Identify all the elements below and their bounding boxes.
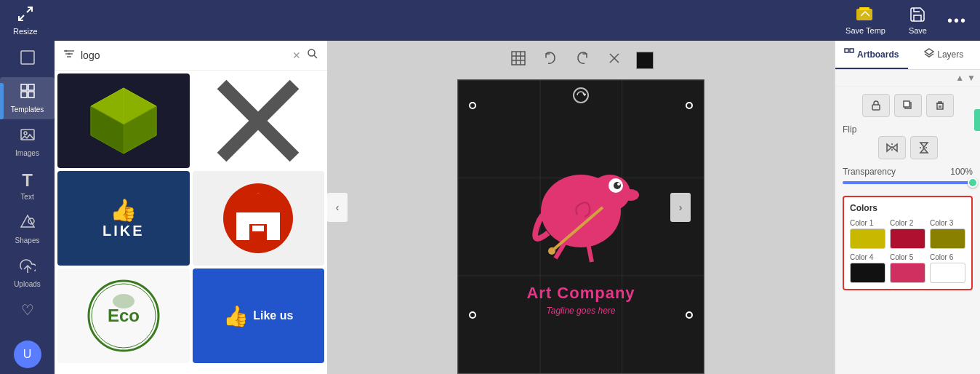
svg-rect-6 (28, 84, 34, 90)
shapes-icon (20, 214, 36, 234)
color-item-5: Color 5 (890, 253, 925, 283)
transparency-slider[interactable] (843, 177, 973, 188)
sidebar-item-shapes[interactable]: Shapes (0, 208, 55, 250)
template-item[interactable] (193, 366, 325, 374)
lock-button[interactable] (862, 94, 890, 117)
canvas-wrapper[interactable]: Art Company Tagline goes here (457, 79, 704, 374)
more-options-button[interactable]: ••• (941, 9, 973, 32)
template-item[interactable] (57, 73, 190, 168)
duplicate-button[interactable] (894, 94, 922, 117)
templates-grid: 👍 LIKE Eco (55, 71, 327, 374)
favorites-icon: ♡ (21, 301, 34, 319)
template-item[interactable] (193, 171, 325, 266)
left-sidebar: Templates Images T Text (0, 41, 55, 374)
template-item[interactable]: 👍 LIKE (57, 171, 190, 266)
color-1-label: Color 1 (850, 219, 885, 227)
color-item-4: Color 4 (850, 253, 885, 283)
color-item-6: Color 6 (930, 253, 965, 283)
save-temp-button[interactable]: Save Temp (837, 3, 894, 38)
uploads-label: Uploads (14, 280, 41, 288)
color-item-2: Color 2 (890, 219, 925, 249)
svg-point-69 (614, 182, 621, 189)
template-item[interactable] (57, 366, 190, 374)
color-5-swatch[interactable] (890, 263, 925, 283)
colors-section: Colors Color 1 Color 2 Color 3 (843, 196, 973, 290)
tab-layers[interactable]: Layers (908, 41, 981, 69)
svg-rect-75 (845, 49, 848, 52)
tab-artboards[interactable]: Artboards (835, 41, 908, 69)
svg-point-39 (113, 294, 134, 309)
layers-icon (924, 48, 934, 60)
svg-line-0 (27, 7, 32, 12)
delete-button[interactable] (604, 48, 624, 72)
color-5-label: Color 5 (890, 253, 925, 261)
color-2-swatch[interactable] (890, 228, 925, 249)
collapse-down-icon[interactable]: ▼ (967, 73, 976, 83)
main-area: Templates Images T Text (0, 41, 980, 374)
color-item-1: Color 1 (850, 219, 885, 249)
flip-vertical-button[interactable] (910, 136, 938, 159)
avatar[interactable]: U (14, 341, 41, 368)
colors-grid: Color 1 Color 2 Color 3 Color 4 (850, 219, 965, 283)
sidebar-item-templates[interactable]: Templates (0, 77, 55, 119)
uploads-icon (20, 258, 36, 278)
grid-toggle[interactable] (508, 48, 529, 72)
logo-svg[interactable] (508, 138, 654, 284)
right-controls: Flip (835, 87, 980, 298)
filter-icon[interactable] (63, 48, 75, 63)
color-3-swatch[interactable] (930, 228, 965, 249)
color-6-swatch[interactable] (930, 263, 965, 283)
nav-arrow-right[interactable]: › (670, 193, 691, 222)
clear-search-icon[interactable]: ✕ (292, 49, 301, 61)
flip-label: Flip (843, 124, 973, 135)
nav-arrow-left[interactable]: ‹ (327, 193, 348, 222)
tab-layers-label: Layers (937, 49, 963, 60)
svg-text:Eco: Eco (108, 306, 140, 325)
save-button[interactable]: Save (900, 3, 936, 38)
template-item[interactable] (193, 73, 325, 168)
collapse-up-icon[interactable]: ▲ (955, 73, 964, 83)
svg-point-19 (308, 49, 315, 56)
save-icon (909, 6, 926, 25)
color-picker[interactable] (636, 52, 654, 69)
flip-buttons (843, 136, 973, 159)
delete-ctrl-button[interactable] (926, 94, 954, 117)
svg-marker-88 (920, 148, 928, 153)
svg-point-74 (548, 247, 555, 255)
sidebar-item-text[interactable]: T Text (0, 164, 55, 207)
color-4-label: Color 4 (850, 253, 885, 261)
art-company-text: Art Company (526, 284, 635, 303)
svg-rect-8 (28, 92, 34, 98)
search-bar: ✕ (55, 41, 327, 71)
canvas-area[interactable]: ‹ (327, 41, 835, 374)
svg-rect-80 (904, 101, 909, 107)
template-item[interactable]: 👍 Like us (193, 268, 325, 363)
search-icon[interactable] (307, 48, 318, 63)
sidebar-item-favorites[interactable]: ♡ (0, 295, 55, 325)
save-temp-label: Save Temp (846, 26, 885, 35)
svg-marker-87 (920, 143, 928, 147)
search-input[interactable] (81, 49, 286, 61)
redo-button[interactable] (572, 48, 593, 72)
svg-marker-11 (21, 215, 34, 227)
images-label: Images (15, 149, 39, 157)
save-label: Save (909, 26, 927, 35)
template-item[interactable]: Eco (57, 268, 190, 363)
svg-line-20 (314, 55, 317, 58)
sidebar-item-resize[interactable] (0, 44, 55, 76)
svg-rect-78 (872, 105, 880, 110)
transparency-section: Transparency 100% (843, 167, 973, 188)
canvas-toolbar (494, 41, 668, 79)
transparency-label: Transparency (843, 167, 896, 177)
color-4-swatch[interactable] (850, 263, 885, 283)
color-2-label: Color 2 (890, 219, 925, 227)
undo-button[interactable] (540, 48, 561, 72)
sidebar-item-images[interactable]: Images (0, 121, 55, 163)
templates-wrapper: Templates (0, 77, 55, 119)
resize-button[interactable]: Resize (7, 2, 44, 39)
svg-rect-58 (512, 52, 525, 65)
sidebar-item-uploads[interactable]: Uploads (0, 252, 55, 294)
flip-horizontal-button[interactable] (878, 136, 906, 159)
svg-point-17 (65, 50, 68, 52)
color-1-swatch[interactable] (850, 228, 885, 249)
